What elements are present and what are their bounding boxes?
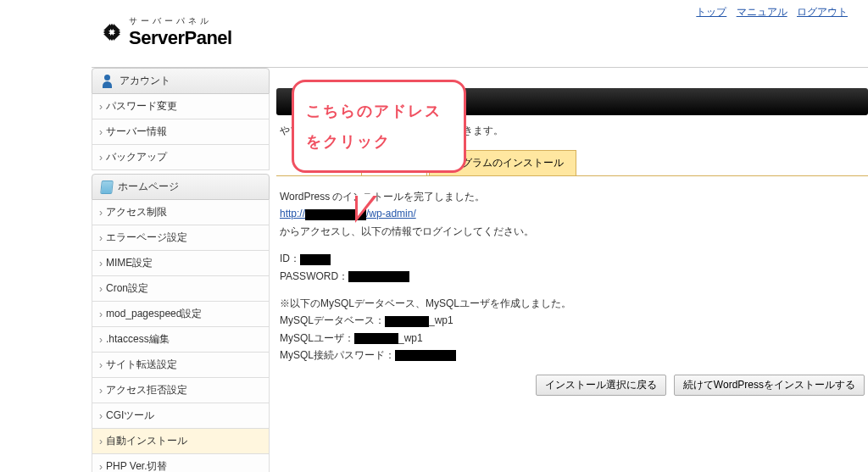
section-header-account: アカウント bbox=[92, 68, 270, 94]
logo-icon bbox=[100, 20, 124, 44]
sidebar-item-errorpage[interactable]: エラーページ設定 bbox=[92, 225, 269, 250]
top-links: トップ マニュアル ログアウト bbox=[689, 5, 848, 19]
logo-subtitle: サーバーパネル bbox=[129, 15, 232, 27]
section-header-homepage: ホームページ bbox=[92, 174, 270, 200]
install-db-user: MySQLユーザ：_wp1 bbox=[280, 330, 865, 347]
link-logout[interactable]: ログアウト bbox=[797, 6, 848, 18]
section-title: アカウント bbox=[120, 74, 170, 88]
sidebar-item-access[interactable]: アクセス制限 bbox=[92, 200, 269, 225]
sidebar-item-htaccess[interactable]: .htaccess編集 bbox=[92, 327, 269, 352]
sidebar-item-serverinfo[interactable]: サーバー情報 bbox=[92, 119, 269, 144]
sidebar-item-pw[interactable]: パスワード変更 bbox=[92, 94, 269, 119]
sidebar-item-cron[interactable]: Cron設定 bbox=[92, 276, 269, 301]
install-password: PASSWORD： bbox=[280, 268, 865, 285]
install-admin-url[interactable]: http:///wp-admin/ bbox=[280, 208, 416, 219]
install-id: ID： bbox=[280, 250, 865, 267]
sidebar-item-cgi[interactable]: CGIツール bbox=[92, 403, 269, 428]
install-db-name: MySQLデータベース：_wp1 bbox=[280, 312, 865, 329]
install-db-pw: MySQL接続パスワード： bbox=[280, 347, 865, 364]
user-icon bbox=[101, 75, 114, 88]
sidebar-item-backup[interactable]: バックアップ bbox=[92, 145, 269, 169]
link-top[interactable]: トップ bbox=[696, 6, 726, 18]
install-login-note: からアクセスし、以下の情報でログインしてください。 bbox=[280, 223, 865, 240]
callout-bubble: こちらのアドレス をクリック bbox=[292, 80, 466, 173]
sidebar-item-mime[interactable]: MIME設定 bbox=[92, 251, 269, 275]
install-more-button[interactable]: 続けてWordPressをインストールする bbox=[674, 375, 865, 396]
sidebar-item-phpver[interactable]: PHP Ver.切替 bbox=[92, 454, 269, 472]
install-db-note: ※以下のMySQLデータベース、MySQLユーザを作成しました。 bbox=[280, 295, 865, 312]
section-title: ホームページ bbox=[118, 180, 179, 194]
logo-title: ServerPanel bbox=[129, 27, 232, 49]
sidebar-item-deny[interactable]: アクセス拒否設定 bbox=[92, 378, 269, 403]
back-button[interactable]: インストール選択に戻る bbox=[536, 375, 666, 396]
link-manual[interactable]: マニュアル bbox=[737, 6, 787, 18]
sidebar-item-transfer[interactable]: サイト転送設定 bbox=[92, 353, 269, 377]
sidebar-item-pagespeed[interactable]: mod_pagespeed設定 bbox=[92, 302, 269, 326]
logo: サーバーパネル ServerPanel bbox=[92, 8, 270, 56]
page-icon bbox=[100, 180, 114, 194]
sidebar-item-autoinstall[interactable]: 自動インストール bbox=[92, 429, 269, 453]
